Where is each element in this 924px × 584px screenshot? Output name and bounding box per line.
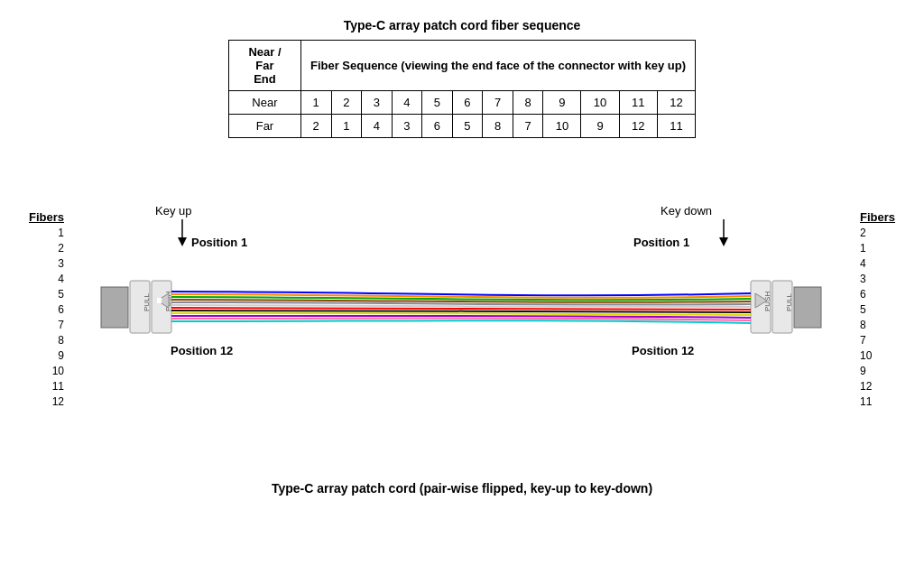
- left-fiber-12: 12: [52, 394, 64, 410]
- cell-0-8: 9: [543, 91, 581, 115]
- cell-1-8: 10: [543, 115, 581, 138]
- cell-1-6: 8: [483, 115, 513, 138]
- left-fibers-title: Fibers: [29, 210, 64, 224]
- left-fibers-panel: Fibers 1 2 3 4 5 6 7 8 9 10 11 12: [29, 210, 64, 410]
- right-fiber-7: 8: [860, 318, 866, 333]
- right-fibers-title: Fibers: [860, 210, 895, 224]
- left-fiber-11: 11: [52, 379, 64, 394]
- cell-1-9: 9: [581, 115, 619, 138]
- right-fiber-5: 6: [860, 287, 866, 302]
- connector-diagram: Key up Position 1 Position 12 Key down P…: [74, 165, 850, 472]
- cell-1-11: 11: [657, 115, 695, 138]
- diagram-caption: Type-C array patch cord (pair-wise flipp…: [272, 481, 652, 496]
- fiber-cables: [171, 292, 751, 323]
- cell-1-4: 6: [422, 115, 453, 138]
- cell-0-6: 7: [483, 91, 513, 115]
- fiber-table: Near /FarEnd Fiber Sequence (viewing the…: [228, 40, 696, 138]
- right-pos12-label: Position 12: [632, 344, 694, 357]
- left-fiber-4: 4: [58, 272, 64, 287]
- table-row: Far214365871091211: [228, 115, 695, 138]
- cell-1-5: 5: [452, 115, 483, 138]
- left-fiber-8: 8: [58, 333, 64, 348]
- cell-1-2: 4: [362, 115, 393, 138]
- left-fiber-10: 10: [52, 364, 64, 379]
- svg-rect-8: [157, 298, 162, 303]
- cell-1-0: 2: [300, 115, 331, 138]
- left-fiber-2: 2: [58, 241, 64, 256]
- right-fibers-panel: Fibers 2 1 4 3 6 5 8 7 10 9 12 11: [860, 210, 895, 410]
- cell-0-2: 3: [362, 91, 393, 115]
- table-header-sequence: Fiber Sequence (viewing the end face of …: [300, 41, 695, 91]
- table-header-end: Near /FarEnd: [228, 41, 300, 91]
- cell-0-1: 2: [331, 91, 362, 115]
- cell-0-3: 4: [392, 91, 422, 115]
- cell-0-9: 10: [581, 91, 619, 115]
- cell-1-7: 7: [513, 115, 543, 138]
- row-label-near: Near: [228, 91, 300, 115]
- row-label-far: Far: [228, 115, 300, 138]
- cell-0-10: 11: [619, 91, 657, 115]
- left-pos12-label: Position 12: [171, 344, 233, 357]
- svg-rect-12: [794, 287, 821, 328]
- left-fiber-3: 3: [58, 256, 64, 272]
- right-fiber-11: 12: [860, 379, 872, 394]
- cell-0-0: 1: [300, 91, 331, 115]
- svg-marker-1: [178, 237, 187, 246]
- right-fiber-3: 4: [860, 256, 866, 272]
- cell-1-1: 1: [331, 115, 362, 138]
- diagram-container: Fibers 1 2 3 4 5 6 7 8 9 10 11 12 Fibers…: [29, 165, 895, 472]
- right-pos1-label: Position 1: [633, 236, 689, 249]
- left-fiber-6: 6: [58, 302, 64, 318]
- key-down-label: Key down: [661, 204, 712, 218]
- left-pull-label: PULL: [143, 292, 151, 311]
- right-fiber-6: 5: [860, 302, 866, 318]
- right-fiber-10: 9: [860, 364, 866, 379]
- left-fiber-7: 7: [58, 318, 64, 333]
- cell-1-10: 12: [619, 115, 657, 138]
- left-fiber-1: 1: [58, 226, 64, 241]
- right-fiber-1: 2: [860, 226, 866, 241]
- right-fiber-8: 7: [860, 333, 866, 348]
- right-pull-label: PULL: [785, 292, 793, 311]
- key-up-label: Key up: [155, 204, 191, 218]
- cell-0-4: 5: [422, 91, 453, 115]
- right-fiber-4: 3: [860, 272, 866, 287]
- cell-0-11: 12: [657, 91, 695, 115]
- table-title: Type-C array patch cord fiber sequence: [344, 18, 581, 32]
- svg-marker-3: [719, 237, 728, 246]
- right-fiber-9: 10: [860, 348, 872, 364]
- left-fiber-9: 9: [58, 348, 64, 364]
- right-fiber-2: 1: [860, 241, 866, 256]
- cell-0-7: 8: [513, 91, 543, 115]
- left-pos1-label: Position 1: [191, 236, 247, 249]
- cell-0-5: 6: [452, 91, 483, 115]
- right-fiber-12: 11: [860, 394, 872, 410]
- left-fiber-5: 5: [58, 287, 64, 302]
- svg-rect-4: [101, 287, 128, 328]
- table-row: Near123456789101112: [228, 91, 695, 115]
- cell-1-3: 3: [392, 115, 422, 138]
